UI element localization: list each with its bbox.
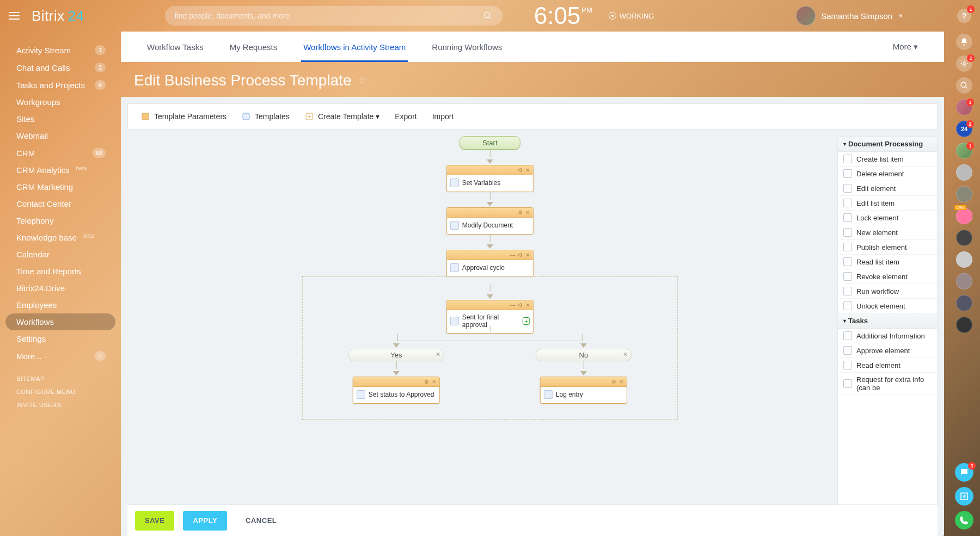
palette-group-doc-processing[interactable]: Document Processing [838,137,937,152]
palette-item-edit-element[interactable]: Edit element [838,181,937,196]
sidebar-item-calendar[interactable]: Calendar [0,246,121,263]
minimize-icon[interactable]: — [510,252,516,258]
palette-item-request-for-extra-info-can-be[interactable]: Request for extra info (can be [838,373,937,395]
sidebar-item-workgroups[interactable]: Workgroups [0,94,121,110]
rail-contact[interactable]: 1 [956,99,972,115]
templates-button[interactable]: Templates [235,109,296,124]
close-icon[interactable]: ✕ [619,379,624,385]
palette-item-lock-element[interactable]: Lock element [838,211,937,225]
user-menu[interactable]: Samantha Simpson ▼ [796,6,904,26]
node-start[interactable]: Start [460,136,520,150]
close-icon[interactable]: ✕ [623,351,628,358]
palette-item-delete-element[interactable]: Delete element [838,167,937,181]
sidebar-item-telephony[interactable]: Telephony [0,212,121,229]
global-search[interactable] [165,6,503,26]
node-set-status-approved[interactable]: ⚙✕ Set status to Approved [353,377,440,404]
close-icon[interactable]: ✕ [432,379,437,385]
minimize-icon[interactable]: — [510,303,516,308]
gear-icon[interactable]: ⚙ [518,168,523,173]
close-icon[interactable]: ✕ [525,303,531,308]
import-button[interactable]: Import [426,109,461,124]
palette-item-edit-list-item[interactable]: Edit list item [838,196,937,211]
node-approval-cycle[interactable]: —⚙✕ Approval cycle [446,250,534,277]
working-status[interactable]: WORKING [609,12,654,20]
sidebar-item-employees[interactable]: Employees [0,297,121,313]
rail-contact[interactable] [956,230,972,246]
close-icon[interactable]: ✕ [525,168,531,173]
branch-no[interactable]: No✕ [536,349,632,361]
palette-item-revoke-element[interactable]: Revoke element [838,269,937,284]
node-modify-document[interactable]: ⚙✕ Modify Document [446,207,534,235]
workflow-canvas[interactable]: Start ⚙✕ Set Variables ⚙✕ Modify Documen… [127,136,837,529]
sidebar-item-webmail[interactable]: Webmail [0,127,121,144]
tab-workflows-in-activity-stream[interactable]: Workflows in Activity Stream [290,32,419,62]
node-set-variables[interactable]: ⚙✕ Set Variables [446,165,534,192]
palette-item-read-list-item[interactable]: Read list item [838,255,937,269]
sidebar-item-settings[interactable]: Settings [0,330,121,347]
close-icon[interactable]: ✕ [525,210,531,215]
menu-toggle[interactable] [9,12,20,20]
sidebar-item-contact-center[interactable]: Contact Center [0,195,121,212]
brand-logo[interactable]: Bitrix 24 [32,8,84,24]
gear-icon[interactable]: ⚙ [518,210,523,215]
tab-running-workflows[interactable]: Running Workflows [419,32,515,62]
gear-icon[interactable]: ⚙ [518,252,523,258]
cancel-button[interactable]: CANCEL [236,511,286,531]
rail-b24[interactable]: 242 [956,121,972,137]
rail-chat-button[interactable]: 3 [955,463,973,482]
sidebar-footer-invite-users[interactable]: INVITE USERS [0,398,121,411]
help-button[interactable]: ? 1 [957,9,971,23]
gear-icon[interactable]: ⚙ [518,303,523,308]
rail-contact[interactable] [956,164,972,181]
sidebar-item-more-[interactable]: More... ·7 [0,347,121,365]
palette-item-run-workflow[interactable]: Run workflow [838,284,937,299]
rail-crm-button[interactable]: CRM [956,208,972,224]
sidebar-item-crm[interactable]: CRM68 [0,144,121,162]
rail-contact[interactable] [956,317,972,333]
rail-contact[interactable] [956,273,972,289]
sidebar-item-knowledge-base[interactable]: Knowledge basebeta [0,229,121,246]
sidebar-footer-sitemap[interactable]: SITEMAP [0,372,121,385]
notifications-button[interactable] [956,34,972,50]
gear-icon[interactable]: ⚙ [611,379,617,385]
palette-item-publish-element[interactable]: Publish element [838,240,937,255]
rail-contact[interactable]: 1 [956,143,972,159]
palette-item-read-element[interactable]: Read element [838,358,937,373]
sidebar-item-chat-and-calls[interactable]: Chat and Calls2 [0,59,121,76]
sidebar-item-activity-stream[interactable]: Activity Stream1 [0,41,121,59]
rail-contact[interactable] [956,251,972,268]
create-template-button[interactable]: Create Template ▾ [298,109,386,124]
add-branch-button[interactable]: + [523,317,530,325]
close-icon[interactable]: ✕ [436,351,440,358]
rail-share-button[interactable] [955,487,973,506]
sidebar-item-tasks-and-projects[interactable]: Tasks and Projects8 [0,76,121,94]
rail-contact[interactable] [956,186,972,202]
sidebar-footer-configure-menu[interactable]: CONFIGURE MENU [0,385,121,398]
palette-item-create-list-item[interactable]: Create list item [838,152,937,167]
rail-settings-button[interactable]: 2 [956,56,972,72]
apply-button[interactable]: APPLY [183,511,227,531]
tab-workflow-tasks[interactable]: Workflow Tasks [134,32,217,62]
palette-item-unlock-element[interactable]: Unlock element [838,299,937,313]
save-button[interactable]: SAVE [135,511,174,531]
template-parameters-button[interactable]: Template Parameters [134,109,233,124]
node-log-entry[interactable]: ⚙✕ Log entry [540,377,627,404]
tab-my-requests[interactable]: My Requests [217,32,291,62]
sidebar-item-crm-analytics[interactable]: CRM Analyticsbeta [0,162,121,178]
palette-group-tasks[interactable]: Tasks [838,313,937,329]
close-icon[interactable]: ✕ [525,252,531,258]
palette-item-new-element[interactable]: New element [838,225,937,240]
rail-search-button[interactable] [956,77,972,94]
rail-call-button[interactable] [955,511,973,529]
sidebar-item-bitrix24-drive[interactable]: Bitrix24.Drive [0,280,121,297]
sidebar-item-sites[interactable]: Sites [0,110,121,127]
sidebar-item-workflows[interactable]: Workflows [5,313,115,330]
favorite-star-icon[interactable]: ☆ [358,75,366,87]
sidebar-item-crm-marketing[interactable]: CRM Marketing [0,178,121,195]
sidebar-item-time-and-reports[interactable]: Time and Reports [0,263,121,280]
search-input[interactable] [175,11,483,20]
palette-item-approve-element[interactable]: Approve element [838,343,937,358]
tab-more[interactable]: More ▾ [880,32,931,62]
rail-contact[interactable] [956,295,972,311]
branch-yes[interactable]: Yes✕ [348,349,444,361]
